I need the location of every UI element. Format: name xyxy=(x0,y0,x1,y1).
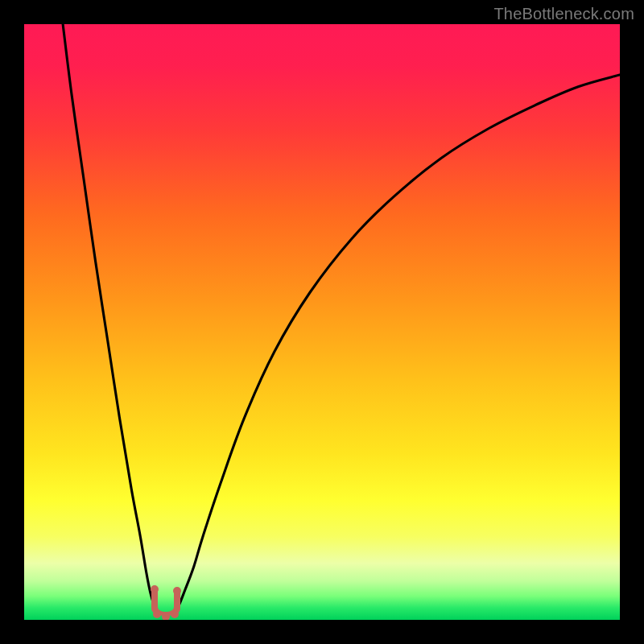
svg-point-1 xyxy=(151,585,159,593)
attribution-text: TheBottleneck.com xyxy=(493,5,634,23)
optimum-marker xyxy=(143,584,188,620)
curve-right-branch xyxy=(175,75,620,611)
svg-point-3 xyxy=(153,610,161,618)
svg-point-2 xyxy=(173,587,181,595)
curve-left-branch xyxy=(63,24,158,613)
outer-frame: TheBottleneck.com xyxy=(0,0,644,644)
plot-area xyxy=(24,24,620,620)
svg-point-4 xyxy=(171,610,179,618)
bottleneck-curve xyxy=(24,24,620,620)
